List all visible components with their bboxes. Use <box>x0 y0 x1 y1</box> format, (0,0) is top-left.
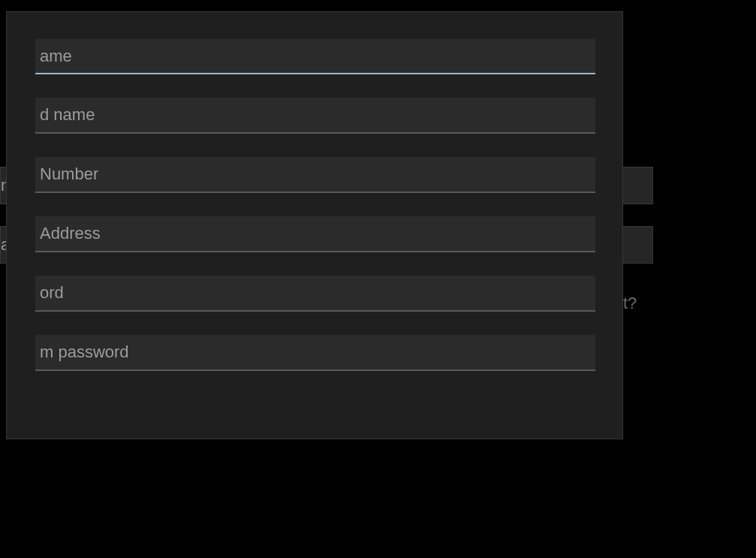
number-input[interactable] <box>35 157 595 192</box>
number-field-wrap <box>35 157 595 193</box>
password-field-wrap <box>35 276 595 312</box>
signup-form <box>35 39 600 394</box>
background-link-fragment[interactable]: t? <box>623 294 637 313</box>
address-input[interactable] <box>35 216 595 251</box>
address-field-wrap <box>35 216 595 252</box>
password-input[interactable] <box>35 276 595 310</box>
second-name-input[interactable] <box>35 98 595 132</box>
first-name-field-wrap <box>35 39 595 74</box>
second-name-field-wrap <box>35 98 595 134</box>
confirm-password-input[interactable] <box>35 335 595 369</box>
confirm-password-field-wrap <box>35 335 595 371</box>
first-name-input[interactable] <box>35 39 595 73</box>
signup-dialog <box>6 11 623 439</box>
